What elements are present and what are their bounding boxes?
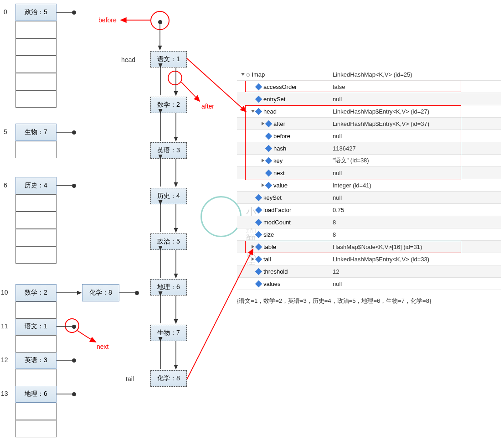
var-value: null (333, 96, 501, 103)
null-dot (72, 10, 76, 15)
var-value: 0.75 (333, 207, 501, 213)
dbg-row[interactable]: keySetnull (237, 192, 501, 204)
hash-slot-6: 历史：4 (15, 177, 57, 194)
node-text: 地理：6 (157, 283, 180, 291)
list-node: 语文：1 (150, 51, 187, 67)
dbg-row[interactable]: valuesnull (237, 278, 501, 290)
slot-text: 政治：5 (25, 8, 47, 16)
field-icon (265, 182, 273, 189)
hash-slot-empty (15, 212, 57, 229)
dbg-row[interactable]: tailLinkedHashMap$Entry<K,V> (id=33) (237, 253, 501, 265)
highlight-box (245, 241, 461, 253)
node-text: 生物：7 (157, 329, 180, 337)
dbg-row[interactable]: loadFactor0.75 (237, 204, 501, 216)
hash-slot-empty (15, 21, 57, 38)
var-value: null (333, 280, 501, 287)
field-icon (255, 280, 262, 287)
var-value: LinkedHashMap<K,V> (id=25) (333, 71, 501, 78)
expand-icon[interactable] (252, 257, 254, 261)
node-text: 数学：2 (157, 101, 180, 109)
hash-slot-0: 政治：5 (15, 4, 57, 21)
null-dot (72, 184, 76, 188)
var-name: lmap (252, 71, 265, 78)
var-name: threshold (263, 268, 288, 275)
var-name: values (263, 280, 281, 287)
var-name: loadFactor (263, 207, 291, 213)
index-label: 0 (4, 8, 7, 16)
slot-text: 数学：2 (25, 289, 47, 297)
hash-slot-13: 地理：6 (15, 385, 57, 403)
null-dot (135, 291, 139, 295)
list-node: 英语：3 (150, 142, 187, 159)
list-node: 地理：6 (150, 279, 187, 296)
var-name: value (273, 182, 288, 189)
hash-slot-empty (15, 194, 57, 212)
field-icon (255, 255, 262, 263)
after-annotation: after (201, 103, 214, 110)
next-annotation: next (97, 343, 108, 350)
map-tostring: {语文=1，数学=2，英语=3，历史=4，政治=5，地理=6，生物=7，化学=8… (237, 297, 431, 305)
var-value: 8 (333, 231, 501, 238)
hash-slot-empty (15, 90, 57, 108)
index-label: 6 (4, 182, 7, 189)
var-value: 12 (333, 268, 501, 275)
var-value: Integer (id=41) (333, 182, 501, 189)
dbg-row[interactable]: threshold12 (237, 265, 501, 278)
node-text: 政治：5 (157, 238, 180, 246)
hash-slot-10: 数学：2 (15, 284, 57, 301)
hash-slot-empty (15, 369, 57, 386)
dbg-row-root[interactable]: ◷lmap LinkedHashMap<K,V> (id=25) (237, 68, 501, 81)
hash-slot-empty (15, 246, 57, 264)
var-value: 8 (333, 219, 501, 226)
dbg-row[interactable]: size8 (237, 228, 501, 241)
list-node: 政治：5 (150, 233, 187, 250)
hash-slot-empty (15, 335, 57, 353)
head-label: head (121, 56, 135, 63)
hash-slot-empty (15, 229, 57, 246)
expand-icon[interactable] (241, 73, 245, 76)
dbg-row[interactable]: modCount8 (237, 216, 501, 228)
slot-text: 生物：7 (25, 128, 47, 136)
field-icon (255, 268, 262, 275)
index-label: 13 (1, 390, 8, 397)
hash-slot-empty (15, 301, 57, 319)
dbg-row[interactable]: entrySetnull (237, 93, 501, 105)
null-dot (72, 130, 76, 135)
hash-slot-empty (15, 56, 57, 73)
hash-slot-12: 英语：3 (15, 352, 57, 369)
slot-text: 英语：3 (25, 356, 47, 364)
slot-text: 历史：4 (25, 182, 47, 190)
slot-text: 地理：6 (25, 390, 47, 398)
chain-node: 化学：8 (82, 284, 119, 301)
field-icon (255, 194, 262, 201)
dbg-row[interactable]: valueInteger (id=41) (237, 179, 501, 192)
expand-icon[interactable] (262, 183, 264, 187)
index-label: 11 (1, 322, 8, 330)
hash-slot-empty (15, 141, 57, 158)
before-annotation: before (98, 16, 117, 24)
list-node: 历史：4 (150, 188, 187, 204)
watermark: 小牛知识库 XIAO NIU ZHI SHI KU (201, 196, 242, 237)
var-value: null (333, 194, 501, 201)
null-dot (72, 392, 76, 396)
red-circle-annotation (65, 318, 79, 333)
node-text: 历史：4 (157, 192, 180, 200)
index-label: 10 (1, 289, 8, 296)
list-node: 生物：7 (150, 325, 187, 341)
var-name: entrySet (263, 96, 285, 103)
hash-slot-empty (15, 403, 57, 420)
field-icon (255, 206, 262, 213)
node-text: 化学：8 (157, 374, 180, 383)
hash-slot-11: 语文：1 (15, 318, 57, 335)
index-label: 12 (1, 356, 8, 363)
var-name: size (263, 231, 274, 238)
list-node: 化学：8 (150, 370, 187, 387)
var-value: LinkedHashMap$Entry<K,V> (id=33) (333, 256, 501, 263)
tail-label: tail (126, 375, 134, 383)
var-name: modCount (263, 219, 291, 226)
field-icon (255, 95, 262, 103)
var-name: tail (263, 256, 271, 263)
node-text: 语文：1 (157, 55, 180, 63)
list-node: 数学：2 (150, 97, 187, 113)
hash-slot-empty (15, 420, 57, 437)
